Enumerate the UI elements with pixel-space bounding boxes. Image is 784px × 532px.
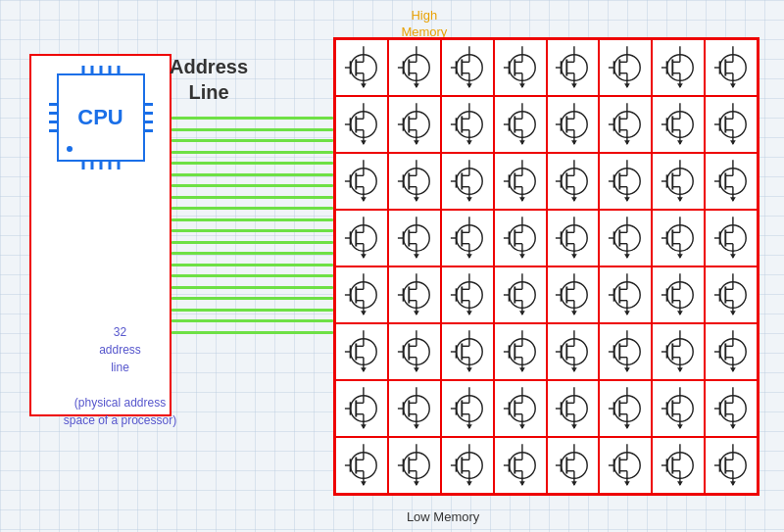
- bus-line: [172, 173, 333, 176]
- bus-line: [172, 151, 333, 154]
- svg-marker-323: [519, 311, 525, 315]
- svg-marker-458: [466, 424, 472, 429]
- memory-cell: [705, 96, 758, 153]
- memory-cell: [547, 153, 600, 210]
- svg-marker-575: [730, 481, 736, 486]
- memory-cell: [652, 210, 705, 266]
- svg-marker-242: [466, 254, 472, 259]
- pin: [145, 129, 153, 132]
- svg-marker-404: [571, 367, 577, 372]
- svg-marker-368: [361, 367, 367, 372]
- svg-marker-566: [677, 481, 683, 486]
- memory-cell: [388, 96, 441, 153]
- cpu-pins-bottom: [81, 162, 120, 169]
- svg-marker-35: [519, 83, 525, 88]
- bus-line: [172, 274, 333, 277]
- memory-cell: [599, 437, 652, 494]
- memory-cell: [335, 437, 388, 494]
- svg-marker-53: [624, 83, 630, 88]
- memory-cell: [388, 153, 441, 210]
- svg-marker-107: [519, 140, 525, 145]
- pin: [145, 121, 153, 123]
- bus-line: [172, 184, 333, 187]
- svg-marker-305: [414, 311, 419, 315]
- pin: [49, 112, 57, 115]
- svg-marker-503: [730, 424, 736, 429]
- bus-line: [172, 196, 333, 199]
- svg-marker-512: [361, 481, 367, 486]
- memory-cell: [335, 266, 388, 323]
- bus-line: [172, 218, 333, 221]
- svg-marker-134: [677, 140, 683, 145]
- svg-marker-557: [624, 481, 630, 486]
- cpu-pins-top: [81, 66, 120, 73]
- memory-cell: [335, 96, 388, 153]
- bus-line: [172, 297, 333, 300]
- bus-line: [172, 241, 333, 244]
- memory-cell: [335, 153, 388, 210]
- svg-marker-413: [624, 367, 630, 372]
- svg-marker-314: [466, 311, 472, 315]
- svg-marker-224: [361, 254, 367, 259]
- memory-cell: [335, 380, 388, 437]
- memory-cell: [705, 266, 758, 323]
- bus-line: [172, 286, 333, 289]
- svg-marker-350: [677, 311, 683, 315]
- bus-line: [172, 128, 333, 131]
- svg-marker-341: [624, 311, 630, 315]
- memory-cell: [599, 380, 652, 437]
- memory-cell: [599, 266, 652, 323]
- bus-line: [172, 229, 333, 232]
- pin: [81, 162, 84, 169]
- memory-cell: [547, 210, 600, 266]
- svg-marker-116: [571, 140, 577, 145]
- memory-cell: [441, 39, 494, 96]
- pin: [117, 162, 120, 169]
- memory-cell: [388, 39, 441, 96]
- memory-cell: [652, 39, 705, 96]
- pin: [145, 112, 153, 115]
- pin: [81, 66, 84, 73]
- memory-cell: [705, 380, 758, 437]
- svg-marker-170: [466, 197, 472, 202]
- memory-cell: [388, 380, 441, 437]
- svg-marker-449: [414, 424, 419, 429]
- svg-marker-233: [414, 254, 419, 259]
- memory-cell: [494, 210, 547, 266]
- svg-marker-278: [677, 254, 683, 259]
- pin: [108, 162, 111, 169]
- cpu-pins-left: [49, 103, 57, 132]
- memory-cell: [547, 323, 600, 380]
- svg-marker-440: [361, 424, 367, 429]
- address-info: 32 address line (physical address space …: [54, 323, 186, 429]
- bus-line: [172, 117, 333, 120]
- svg-marker-80: [361, 140, 367, 145]
- svg-marker-26: [466, 83, 472, 88]
- bus-line: [172, 309, 333, 312]
- memory-cell: [599, 39, 652, 96]
- svg-marker-143: [730, 140, 736, 145]
- svg-marker-494: [677, 424, 683, 429]
- memory-cell: [441, 96, 494, 153]
- svg-marker-386: [466, 367, 472, 372]
- svg-marker-269: [624, 254, 630, 259]
- memory-cell: [547, 39, 600, 96]
- memory-cell: [652, 437, 705, 494]
- svg-marker-377: [414, 367, 419, 372]
- address-line-label: Address Line: [165, 54, 253, 105]
- bus-line: [172, 264, 333, 266]
- memory-cell: [335, 39, 388, 96]
- svg-marker-71: [730, 83, 736, 88]
- memory-cell: [599, 210, 652, 266]
- svg-marker-260: [571, 254, 577, 259]
- pin: [145, 103, 153, 106]
- svg-marker-521: [414, 481, 419, 486]
- memory-cell: [705, 153, 758, 210]
- memory-cell: [547, 96, 600, 153]
- pin: [108, 66, 111, 73]
- pin: [117, 66, 120, 73]
- memory-cell: [652, 323, 705, 380]
- bus-line: [172, 162, 333, 165]
- svg-marker-431: [730, 367, 736, 372]
- svg-marker-44: [571, 83, 577, 88]
